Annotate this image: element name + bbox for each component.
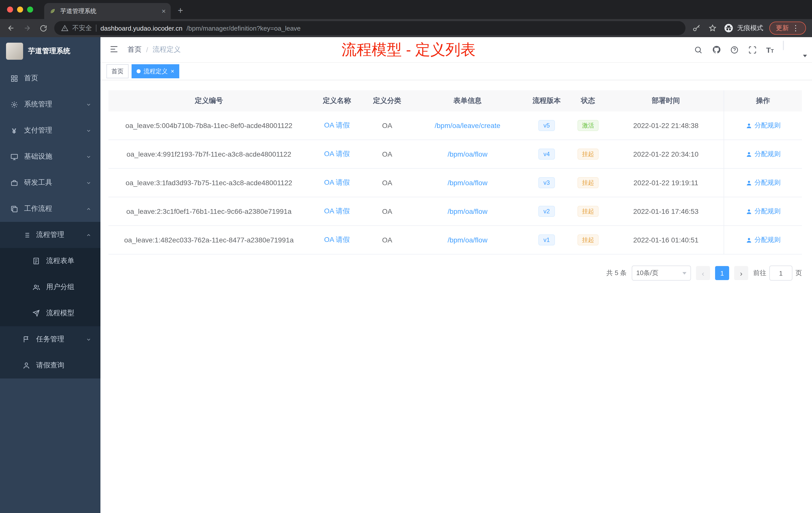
tag-close-icon[interactable]: ×: [171, 68, 174, 75]
search-icon[interactable]: [694, 45, 703, 54]
definition-category: OA: [365, 121, 410, 129]
status-tag: 激活: [578, 120, 599, 131]
form-info-link[interactable]: /bpm/oa/flow: [448, 179, 488, 187]
assign-rule-label: 分配规则: [754, 178, 781, 187]
version-tag: v2: [538, 206, 555, 217]
monitor-icon: [10, 153, 18, 161]
bookmark-star-icon[interactable]: [707, 23, 718, 33]
table-row: oa_leave:1:482ec033-762a-11ec-8477-a2380…: [109, 226, 802, 254]
status-tag: 挂起: [578, 206, 599, 217]
next-page-button[interactable]: ›: [734, 266, 748, 280]
close-window-button[interactable]: [7, 6, 13, 12]
tab-close-icon[interactable]: ×: [162, 7, 166, 15]
zoom-window-button[interactable]: [27, 6, 33, 12]
form-info-link[interactable]: /bpm/oa/flow: [448, 150, 488, 158]
assign-rule-link[interactable]: 分配规则: [746, 178, 781, 187]
reload-icon[interactable]: [38, 23, 48, 33]
column-header: 状态: [568, 96, 608, 105]
assign-user-icon: [746, 179, 752, 186]
sidebar-item-system[interactable]: 系统管理: [0, 91, 100, 117]
column-header: 定义分类: [365, 96, 410, 105]
deploy-time: 2022-01-22 21:48:38: [608, 121, 724, 129]
new-tab-button[interactable]: +: [178, 5, 183, 16]
breadcrumb-home[interactable]: 首页: [127, 45, 142, 54]
sidebar-item-label: 流程模型: [46, 309, 74, 318]
assign-rule-link[interactable]: 分配规则: [746, 207, 781, 216]
prev-page-button[interactable]: ‹: [696, 266, 710, 280]
pagination: 共 5 条 10条/页 ‹ 1 › 前往 页: [109, 266, 802, 280]
definition-name-link[interactable]: OA 请假: [324, 121, 350, 130]
back-icon[interactable]: [6, 23, 16, 33]
send-icon: [32, 309, 40, 317]
definition-name-link[interactable]: OA 请假: [324, 207, 350, 216]
definition-name-link[interactable]: OA 请假: [324, 150, 350, 159]
brand-title: 芋道管理系统: [28, 47, 70, 56]
hamburger-icon[interactable]: [110, 45, 119, 55]
tag-process-definition[interactable]: 流程定义 ×: [132, 64, 179, 78]
user-avatar[interactable]: [783, 41, 803, 58]
browser-update-button[interactable]: 更新 ⋮: [769, 22, 806, 35]
browser-tabstrip: 芋道管理系统 × +: [0, 0, 812, 19]
table-row: oa_leave:4:991f2193-7b7f-11ec-a3c8-acde4…: [109, 140, 802, 169]
toolbox-icon: [10, 179, 18, 187]
table-body: oa_leave:5:004b710b-7b8a-11ec-8ef0-acde4…: [109, 112, 802, 254]
help-icon[interactable]: [730, 45, 739, 54]
table-row: oa_leave:3:1fad3d93-7b75-11ec-a3c8-acde4…: [109, 169, 802, 197]
page-number-button[interactable]: 1: [715, 266, 729, 280]
form-info-link[interactable]: /bpm/oa/flow: [448, 236, 488, 244]
forward-icon[interactable]: [22, 23, 32, 33]
assign-user-icon: [746, 122, 752, 129]
key-icon[interactable]: [692, 23, 701, 33]
column-header: 定义编号: [109, 96, 309, 105]
sidebar-item-label: 请假查询: [36, 361, 64, 370]
sidebar-item-label: 支付管理: [24, 126, 52, 135]
sidebar-item-user-group[interactable]: 用户分组: [0, 274, 100, 300]
sidebar-item-dev-tools[interactable]: 研发工具: [0, 170, 100, 196]
navbar-actions: TT: [694, 41, 803, 58]
definition-name-link[interactable]: OA 请假: [324, 178, 350, 187]
goto-page-input[interactable]: [769, 266, 792, 280]
chevron-up-icon: [86, 206, 91, 212]
browser-tab[interactable]: 芋道管理系统 ×: [44, 3, 171, 19]
sidebar-item-leave-query[interactable]: 请假查询: [0, 352, 100, 379]
browser-toolbar: 不安全 dashboard.yudao.iocoder.cn /bpm/mana…: [0, 19, 812, 37]
sidebar-item-process-management[interactable]: 流程管理: [0, 222, 100, 248]
tag-home[interactable]: 首页: [107, 64, 128, 78]
sidebar-item-infrastructure[interactable]: 基础设施: [0, 144, 100, 170]
gear-icon: [10, 100, 18, 109]
sidebar-item-workflow[interactable]: 工作流程: [0, 196, 100, 222]
assign-rule-link[interactable]: 分配规则: [746, 150, 781, 159]
browser-menu-icon[interactable]: ⋮: [792, 24, 800, 33]
definition-name-link[interactable]: OA 请假: [324, 235, 350, 244]
fullscreen-icon[interactable]: [748, 45, 757, 54]
goto-suffix: 页: [795, 269, 802, 278]
font-size-icon[interactable]: TT: [766, 46, 774, 54]
address-bar[interactable]: 不安全 dashboard.yudao.iocoder.cn /bpm/mana…: [54, 21, 686, 35]
sidebar-item-home[interactable]: 首页: [0, 65, 100, 91]
yen-icon: ¥: [10, 126, 18, 134]
sidebar-item-task-management[interactable]: 任务管理: [0, 326, 100, 352]
sidebar-item-process-form[interactable]: 流程表单: [0, 248, 100, 274]
assign-rule-link[interactable]: 分配规则: [746, 121, 781, 130]
main-area: 首页 / 流程定义 流程模型 - 定义列表: [100, 37, 812, 513]
sidebar: 芋道管理系统 首页 系统管理 ¥ 支付管理 基础设施: [0, 37, 100, 513]
navbar: 首页 / 流程定义 流程模型 - 定义列表: [100, 37, 812, 63]
sidebar-item-process-model[interactable]: 流程模型: [0, 300, 100, 326]
sidebar-item-label: 流程管理: [36, 231, 64, 239]
minimize-window-button[interactable]: [17, 6, 23, 12]
table-row: oa_leave:5:004b710b-7b8a-11ec-8ef0-acde4…: [109, 112, 802, 140]
page-content: 定义编号 定义名称 定义分类 表单信息 流程版本 状态 部署时间 操作 oa_l…: [100, 80, 812, 513]
form-info-link[interactable]: /bpm/oa/leave/create: [435, 121, 500, 129]
url-path: /bpm/manager/definition?key=oa_leave: [186, 24, 301, 32]
breadcrumb-current: 流程定义: [153, 45, 181, 54]
definition-category: OA: [365, 150, 410, 158]
assign-rule-link[interactable]: 分配规则: [746, 235, 781, 244]
not-secure-warning-icon: [61, 25, 68, 32]
github-icon[interactable]: [712, 45, 721, 54]
assign-rule-label: 分配规则: [754, 207, 781, 216]
goto-prefix: 前往: [753, 269, 766, 278]
sidebar-item-label: 流程表单: [46, 256, 74, 266]
sidebar-item-payment[interactable]: ¥ 支付管理: [0, 117, 100, 144]
page-size-select[interactable]: 10条/页: [632, 266, 691, 280]
form-info-link[interactable]: /bpm/oa/flow: [448, 207, 488, 215]
